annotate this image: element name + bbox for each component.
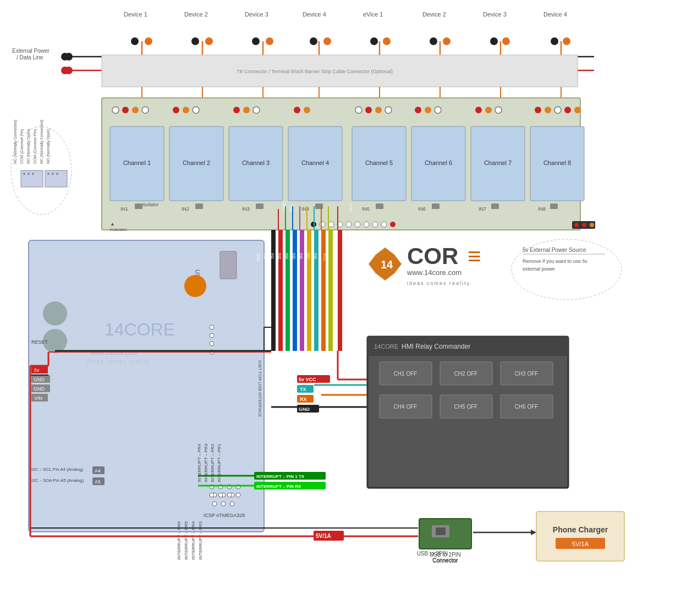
svg-marker-238 — [369, 248, 402, 280]
device6-label: Device 2 — [422, 11, 446, 18]
svg-text:IN8: IN8 — [538, 206, 546, 212]
wiring-diagram-svg: TB Connector / Terminal Block Barrier St… — [0, 0, 681, 616]
svg-point-17 — [65, 53, 73, 61]
svg-text:IN2: IN2 — [271, 253, 274, 259]
svg-text:IN1: IN1 — [263, 253, 267, 259]
svg-point-79 — [415, 107, 421, 113]
svg-point-77 — [375, 107, 382, 113]
svg-text:Channel 7: Channel 7 — [484, 160, 512, 166]
svg-rect-181 — [300, 230, 304, 351]
svg-text:INTERRUPT – PR6: INTERRUPT – PR6 — [177, 521, 182, 560]
svg-text:Remove if you want to use 5v: Remove if you want to use 5v — [523, 258, 588, 264]
svg-text:INTERRUPT – PR4: INTERRUPT – PR4 — [191, 521, 196, 560]
svg-text:External Power: External Power — [12, 48, 50, 54]
svg-point-160 — [210, 350, 214, 354]
svg-rect-135 — [31, 375, 50, 383]
svg-text:5V/1A: 5V/1A — [316, 533, 331, 539]
svg-text:ideas comes reality: ideas comes reality — [407, 280, 470, 286]
svg-point-21 — [191, 37, 199, 45]
usb-connector-label: USB to 2PINConnector — [419, 552, 471, 564]
svg-text:VIN: VIN — [34, 395, 42, 401]
svg-point-65 — [132, 107, 139, 113]
svg-rect-226 — [380, 362, 432, 385]
svg-point-130 — [43, 301, 67, 326]
svg-point-155 — [221, 502, 226, 506]
svg-point-105 — [346, 222, 352, 227]
svg-rect-115 — [135, 204, 142, 209]
svg-point-170 — [236, 493, 240, 497]
svg-text:A4: A4 — [95, 468, 101, 474]
svg-text:INTERRUPT – PR2: INTERRUPT – PR2 — [210, 443, 215, 482]
svg-rect-139 — [31, 394, 48, 402]
svg-text:GND: GND — [299, 406, 310, 412]
svg-text:NO (Normally Open): NO (Normally Open) — [26, 129, 31, 164]
svg-text:CH3 OFF: CH3 OFF — [515, 371, 539, 377]
svg-point-25 — [430, 37, 437, 45]
svg-point-28 — [145, 37, 152, 45]
device5-label: eVice 1 — [363, 11, 383, 18]
svg-point-159 — [210, 342, 214, 346]
svg-rect-61 — [530, 127, 584, 201]
svg-text:ideas comes reality: ideas comes reality — [87, 359, 150, 364]
svg-text:INTERRUPT – PR5: INTERRUPT – PR5 — [184, 521, 189, 560]
svg-text:Channel 3: Channel 3 — [242, 160, 270, 166]
svg-point-263 — [56, 173, 58, 175]
svg-rect-222 — [367, 337, 568, 488]
svg-text:Channel 5: Channel 5 — [365, 160, 393, 166]
svg-rect-177 — [278, 230, 283, 351]
device2-label: Device 2 — [184, 11, 208, 18]
svg-text:GND: GND — [256, 253, 260, 262]
svg-rect-230 — [501, 362, 553, 385]
svg-text:www.14core.com: www.14core.com — [90, 349, 137, 356]
svg-rect-220 — [314, 531, 344, 541]
svg-point-32 — [383, 37, 391, 45]
device7-label: Device 3 — [483, 11, 507, 18]
svg-text:INTERRUPT – PR4: INTERRUPT – PR4 — [197, 443, 202, 482]
svg-text:VCC: VCC — [348, 202, 353, 212]
svg-point-88 — [564, 107, 571, 113]
svg-text:Channel 6: Channel 6 — [425, 160, 452, 166]
svg-rect-137 — [31, 384, 50, 392]
svg-text:14CORE: 14CORE — [374, 343, 398, 350]
svg-point-82 — [475, 107, 482, 113]
svg-text:Indicator: Indicator — [110, 227, 127, 232]
svg-point-68 — [183, 107, 189, 113]
svg-rect-183 — [314, 230, 318, 351]
svg-point-165 — [218, 485, 223, 489]
svg-text:▲: ▲ — [110, 221, 115, 227]
svg-rect-128 — [220, 251, 237, 279]
device1-label: Device 1 — [124, 11, 147, 18]
svg-point-85 — [535, 107, 541, 113]
svg-text:5v External Power Source: 5v External Power Source — [523, 247, 586, 253]
svg-point-70 — [233, 107, 240, 113]
svg-rect-281 — [254, 482, 326, 490]
svg-text:TB Connector / Terminal Block : TB Connector / Terminal Block Barrier St… — [237, 69, 393, 74]
svg-point-18 — [65, 67, 73, 74]
svg-rect-256 — [21, 170, 43, 187]
svg-point-158 — [210, 333, 214, 338]
svg-text:IN1: IN1 — [120, 206, 128, 212]
svg-point-157 — [210, 325, 214, 329]
svg-point-163 — [210, 485, 214, 489]
svg-point-258 — [23, 173, 25, 175]
svg-rect-143 — [92, 466, 105, 474]
svg-point-260 — [32, 173, 34, 175]
svg-rect-123 — [29, 240, 264, 532]
svg-text:NC (Normally Connected): NC (Normally Connected) — [13, 120, 18, 164]
svg-text:Channel 1: Channel 1 — [123, 160, 151, 166]
svg-text:IN4: IN4 — [301, 206, 309, 212]
svg-point-259 — [28, 173, 30, 175]
svg-rect-53 — [288, 127, 342, 201]
svg-marker-278 — [531, 530, 536, 535]
device8-label: Device 4 — [543, 11, 567, 18]
svg-text:HMI Relay Commander: HMI Relay Commander — [402, 343, 470, 350]
svg-point-169 — [236, 485, 240, 489]
svg-point-101 — [311, 222, 316, 227]
svg-rect-111 — [572, 221, 595, 229]
svg-rect-51 — [229, 127, 283, 201]
svg-point-71 — [243, 107, 250, 113]
svg-point-84 — [495, 107, 502, 113]
svg-text:IN4: IN4 — [285, 253, 289, 259]
svg-rect-59 — [471, 127, 525, 201]
svg-point-267 — [61, 67, 69, 74]
